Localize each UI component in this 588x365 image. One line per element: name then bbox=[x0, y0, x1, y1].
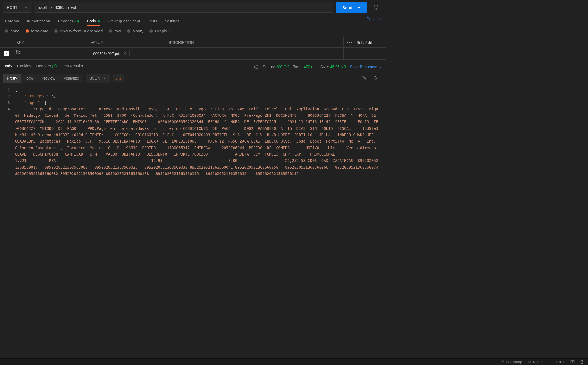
tab-params[interactable]: Params bbox=[5, 17, 19, 26]
table-row: ✓ file 8006364227.pdf ✕ bbox=[0, 48, 386, 60]
body-type-raw[interactable]: raw bbox=[109, 29, 121, 33]
view-pretty[interactable]: Pretty bbox=[3, 74, 21, 83]
svg-point-4 bbox=[374, 76, 377, 79]
more-options-icon[interactable]: ••• bbox=[347, 40, 353, 45]
close-icon[interactable]: ✕ bbox=[123, 51, 126, 56]
search-icon[interactable] bbox=[373, 76, 378, 81]
response-tab-cookies[interactable]: Cookies bbox=[17, 63, 31, 71]
row-enabled-checkbox[interactable]: ✓ bbox=[4, 51, 9, 56]
size-label: Size: 45.05 KB bbox=[320, 65, 346, 69]
url-value: localhost:8080/upload bbox=[38, 5, 76, 10]
response-body[interactable]: 1{ 2 "numPages": 6, 3 "pages": [ 4 "Tipo… bbox=[0, 85, 386, 196]
chevron-down-icon bbox=[25, 7, 28, 9]
description-input[interactable] bbox=[164, 48, 343, 59]
body-type-binary[interactable]: binary bbox=[127, 29, 144, 33]
body-type-formdata[interactable]: form-data bbox=[26, 29, 48, 33]
tab-tests[interactable]: Tests bbox=[148, 17, 157, 26]
body-type-none[interactable]: none bbox=[5, 29, 19, 33]
kv-header-key: KEY bbox=[13, 37, 87, 47]
file-name: 8006364227.pdf bbox=[93, 52, 120, 56]
body-type-graphql[interactable]: GraphQL bbox=[149, 29, 172, 33]
status-label: Status: 200 OK bbox=[263, 65, 289, 69]
wrap-lines-button[interactable] bbox=[113, 74, 124, 82]
tab-authorization[interactable]: Authorization bbox=[27, 17, 50, 26]
file-pill[interactable]: 8006364227.pdf ✕ bbox=[90, 50, 130, 57]
send-label: Send bbox=[342, 5, 353, 10]
body-format-select[interactable]: JSON bbox=[86, 74, 110, 83]
tab-body[interactable]: Body bbox=[87, 17, 100, 26]
tips-icon[interactable] bbox=[369, 5, 383, 10]
time-label: Time: 470 ms bbox=[293, 65, 316, 69]
key-input[interactable]: file bbox=[13, 48, 87, 59]
kv-header-value: VALUE bbox=[87, 37, 164, 47]
value-input[interactable]: 8006364227.pdf ✕ bbox=[87, 48, 164, 59]
response-tab-headers[interactable]: Headers (7) bbox=[36, 63, 57, 71]
globe-icon[interactable] bbox=[254, 64, 259, 69]
view-preview[interactable]: Preview bbox=[37, 74, 60, 83]
active-dot-icon bbox=[98, 20, 100, 22]
bulk-edit-link[interactable]: Bulk Edit bbox=[357, 40, 372, 45]
svg-rect-2 bbox=[363, 77, 365, 80]
tab-settings[interactable]: Settings bbox=[165, 17, 179, 26]
response-tab-testresults[interactable]: Test Results bbox=[62, 63, 83, 71]
kv-header-description: DESCRIPTION bbox=[164, 37, 343, 47]
cookies-link[interactable]: Cookies bbox=[366, 17, 381, 26]
copy-icon[interactable] bbox=[361, 76, 366, 81]
svg-point-0 bbox=[375, 6, 377, 8]
svg-rect-3 bbox=[362, 77, 364, 79]
chevron-down-icon[interactable] bbox=[358, 7, 361, 9]
url-input[interactable]: localhost:8080/upload bbox=[34, 2, 333, 13]
http-method-value: POST bbox=[7, 5, 17, 10]
save-response-button[interactable]: Save Response bbox=[350, 65, 382, 69]
tab-prerequest[interactable]: Pre-request Script bbox=[108, 17, 140, 26]
http-method-select[interactable]: POST bbox=[3, 2, 32, 13]
tab-headers[interactable]: Headers (8) bbox=[58, 17, 79, 26]
view-raw[interactable]: Raw bbox=[21, 74, 37, 83]
body-type-urlencoded[interactable]: x-www-form-urlencoded bbox=[54, 29, 103, 33]
view-visualize[interactable]: Visualize bbox=[59, 74, 83, 83]
send-button[interactable]: Send bbox=[336, 2, 367, 13]
response-tab-body[interactable]: Body bbox=[3, 63, 12, 71]
